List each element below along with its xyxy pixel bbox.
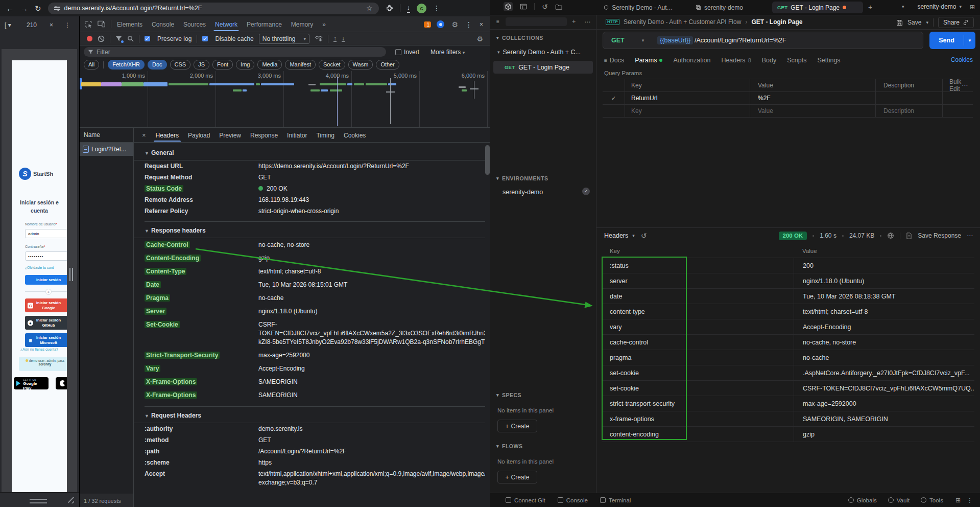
response-header-row[interactable]: dateTue, 10 Mar 2026 08:18:38 GMT bbox=[602, 289, 974, 304]
response-history-icon[interactable]: ↺ bbox=[641, 232, 647, 240]
tab-headers[interactable]: Headers8 bbox=[721, 57, 751, 64]
response-header-row[interactable]: servernginx/1.18.0 (Ubuntu) bbox=[602, 273, 974, 289]
filter-input[interactable]: Filter bbox=[84, 47, 386, 57]
environments-section-header[interactable]: ▾ENVIRONMENTS bbox=[496, 175, 548, 181]
devtools-settings-icon[interactable]: ⚙ bbox=[451, 20, 458, 29]
overlay-dropdown-icon[interactable]: [ ▾ bbox=[5, 21, 11, 29]
sidebar-collection-item[interactable]: ▾Serenity Demo - Auth + C... bbox=[497, 49, 581, 56]
details-tab-payload[interactable]: Payload bbox=[183, 128, 214, 142]
disable-cache-checkbox[interactable] bbox=[202, 36, 208, 41]
collections-cube-icon[interactable] bbox=[504, 2, 513, 11]
api-grid-icon[interactable] bbox=[520, 3, 527, 10]
environment-quick-look-icon[interactable]: ⊞ bbox=[970, 4, 975, 11]
method-select[interactable]: GET bbox=[611, 37, 625, 44]
save-button[interactable]: Save bbox=[907, 19, 921, 26]
bookmark-star-icon[interactable]: ☆ bbox=[366, 4, 373, 12]
url-text[interactable]: demo.serenity.is/Account/Login/?ReturnUr… bbox=[64, 5, 362, 12]
devtools-tab-sources[interactable]: Sources bbox=[179, 17, 210, 31]
invert-checkbox[interactable] bbox=[395, 49, 401, 55]
query-param-empty-row[interactable]: Key Value Description bbox=[603, 105, 973, 117]
statusbar-globals[interactable]: Globals bbox=[848, 497, 877, 503]
extensions-puzzle-icon[interactable] bbox=[386, 5, 393, 12]
forgot-password-link[interactable]: ¿Olvidaste tu cont bbox=[12, 266, 67, 269]
overlay-menu-icon[interactable]: ⋮ bbox=[64, 21, 70, 29]
statusbar-connect-git[interactable]: Connect Git bbox=[506, 497, 545, 503]
name-column-header[interactable]: Name bbox=[80, 128, 133, 143]
filter-chip-other[interactable]: Other bbox=[376, 60, 399, 70]
panel-layout-icon[interactable]: ⊞ bbox=[955, 497, 961, 504]
devtools-tab-console[interactable]: Console bbox=[147, 17, 179, 31]
network-conditions-icon[interactable] bbox=[315, 35, 323, 42]
preserve-log-checkbox[interactable] bbox=[145, 36, 150, 41]
response-header-row[interactable]: :status200 bbox=[602, 258, 974, 273]
microsoft-sign-in-button[interactable]: ⊞ Iniciar sesiónMicrosoft bbox=[25, 333, 67, 347]
filter-chip-doc[interactable]: Doc bbox=[148, 60, 167, 70]
response-view-caret-icon[interactable]: ▾ bbox=[632, 233, 635, 238]
resize-corner-icon[interactable] bbox=[68, 497, 74, 503]
network-overview-timeline[interactable]: 1,000 ms2,000 ms3,000 ms4,000 ms5,000 ms… bbox=[80, 71, 490, 128]
filter-chip-wasm[interactable]: Wasm bbox=[348, 60, 373, 70]
filter-chip-font[interactable]: Font bbox=[212, 60, 233, 70]
bulk-edit-button[interactable]: Bulk Edit bbox=[949, 78, 962, 93]
request-url-bar[interactable]: GET ▾ {{baseUrl}} /Account/Login/?Return… bbox=[603, 32, 923, 49]
details-tab-cookies[interactable]: Cookies bbox=[339, 128, 370, 142]
filter-chip-all[interactable]: All bbox=[84, 60, 99, 70]
device-toolbar-icon[interactable] bbox=[98, 20, 106, 28]
response-view-select[interactable]: Headers bbox=[604, 232, 628, 239]
tab-body[interactable]: Body bbox=[762, 57, 777, 64]
details-tab-initiator[interactable]: Initiator bbox=[282, 128, 312, 142]
save-caret-icon[interactable]: ▾ bbox=[926, 20, 928, 25]
expand-panel-icon[interactable]: ⋮ bbox=[967, 497, 973, 504]
response-header-row[interactable]: content-encodinggzip bbox=[602, 427, 974, 442]
response-header-row[interactable]: content-typetext/html; charset=utf-8 bbox=[602, 304, 974, 319]
cookies-link[interactable]: Cookies bbox=[951, 56, 973, 63]
devtools-tab-elements[interactable]: Elements bbox=[112, 17, 147, 31]
query-param-row[interactable]: ✓ ReturnUrl %2F bbox=[603, 92, 973, 105]
send-button[interactable]: Send▾ bbox=[929, 32, 975, 49]
app-store-badge[interactable] bbox=[56, 377, 67, 389]
tab-active-request[interactable]: GET GET - Login Page bbox=[772, 2, 863, 13]
sidebar-add-icon[interactable]: + bbox=[572, 18, 576, 25]
filter-funnel-icon[interactable] bbox=[115, 36, 122, 42]
request-row-selected[interactable]: Login/?Ret... bbox=[80, 143, 133, 156]
devtools-close-icon[interactable]: × bbox=[480, 21, 483, 28]
base-url-variable-chip[interactable]: {{baseUrl}} bbox=[657, 36, 693, 44]
filter-chip-media[interactable]: Media bbox=[257, 60, 282, 70]
tab-authorization[interactable]: Authorization bbox=[673, 57, 710, 64]
save-response-icon[interactable] bbox=[906, 233, 912, 239]
signup-link[interactable]: ¿Aún no tienes cuenta? bbox=[12, 348, 67, 351]
browser-menu-icon[interactable]: ⋮ bbox=[433, 4, 440, 12]
back-icon[interactable]: ← bbox=[6, 5, 14, 12]
method-caret-icon[interactable]: ▾ bbox=[642, 38, 644, 43]
filter-chip-css[interactable]: CSS bbox=[170, 60, 191, 70]
collections-section-header[interactable]: ▾COLLECTIONS bbox=[496, 35, 543, 41]
details-scrollbar-thumb[interactable] bbox=[485, 145, 490, 175]
share-button[interactable]: Share bbox=[938, 17, 974, 28]
username-input[interactable]: admin bbox=[25, 229, 67, 238]
sidebar-search-input[interactable] bbox=[506, 17, 567, 26]
flows-create-button[interactable]: +Create bbox=[497, 471, 537, 483]
google-sign-in-button[interactable]: G Iniciar sesiónGoogle bbox=[25, 298, 67, 312]
new-tab-icon[interactable]: + bbox=[868, 3, 872, 11]
response-header-row[interactable]: x-frame-optionsSAMEORIGIN, SAMEORIGIN bbox=[602, 411, 974, 427]
password-input[interactable]: •••••••• bbox=[25, 251, 67, 261]
response-header-row[interactable]: cache-controlno-cache, no-store bbox=[602, 335, 974, 350]
network-settings-icon[interactable]: ⚙ bbox=[476, 35, 483, 43]
tab-environment[interactable]: serenity-demo bbox=[690, 2, 753, 13]
sidebar-filter-icon[interactable]: ≡ bbox=[496, 19, 499, 25]
response-header-row[interactable]: set-cookieCSRF-TOKEN=CfDJ8CI7vciz_vpFhLi… bbox=[602, 381, 974, 396]
section-header[interactable]: ▼General bbox=[134, 147, 485, 160]
tab-scripts[interactable]: Scripts bbox=[787, 57, 806, 64]
filter-chip-manifest[interactable]: Manifest bbox=[285, 60, 316, 70]
export-har-icon[interactable]: ↓ bbox=[342, 35, 345, 42]
filter-chip-socket[interactable]: Socket bbox=[319, 60, 345, 70]
close-details-icon[interactable]: × bbox=[137, 131, 151, 139]
tab-collection[interactable]: Serenity Demo - Auth + C bbox=[599, 2, 681, 13]
tab-settings[interactable]: Settings bbox=[817, 57, 840, 64]
inspect-element-icon[interactable] bbox=[85, 20, 92, 28]
more-tabs-icon[interactable]: » bbox=[318, 17, 330, 31]
params-more-icon[interactable]: ⋯ bbox=[962, 82, 968, 89]
environment-selector[interactable]: serenity-demo▾ bbox=[917, 3, 962, 10]
send-options-caret-icon[interactable]: ▾ bbox=[964, 38, 975, 43]
save-response-button[interactable]: Save Response bbox=[918, 232, 961, 239]
